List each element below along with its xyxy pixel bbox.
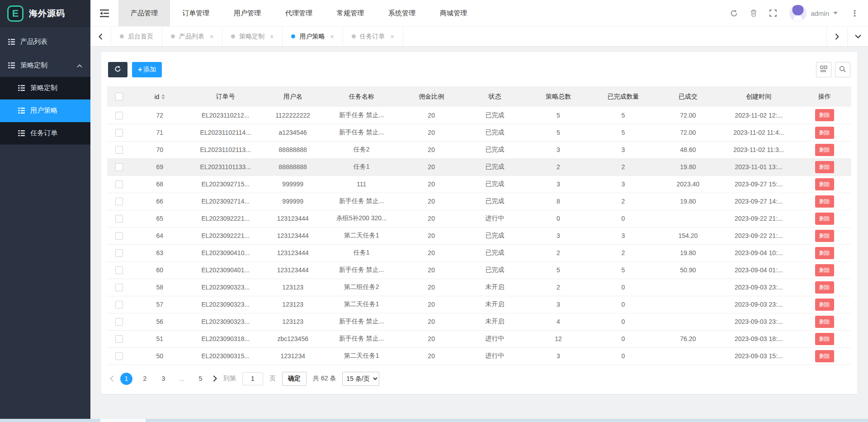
page-tab[interactable]: 用户策略×: [283, 27, 343, 46]
cell-strategy-total: 2: [527, 244, 590, 261]
table-row: 58EL2023090323...123123第二组任务220未开启202023…: [107, 279, 851, 296]
sort-icon[interactable]: [161, 94, 165, 100]
topnav-item[interactable]: 用户管理: [222, 0, 273, 26]
table-row: 51EL2023090318...zbc123456新手任务 禁止...20进行…: [107, 330, 851, 347]
cell-task-name: 任务2: [323, 141, 400, 158]
delete-button[interactable]: 删除: [815, 299, 834, 311]
add-button[interactable]: + 添加: [132, 62, 162, 77]
delete-button[interactable]: 删除: [815, 161, 834, 173]
cell-deal-amount: 19.80: [656, 193, 720, 210]
row-checkbox[interactable]: [115, 249, 123, 257]
table-row: 70EL20231102113...88888888任务220已完成3348.6…: [107, 141, 851, 158]
page-button[interactable]: 1: [120, 373, 132, 385]
page-tab[interactable]: 任务订单×: [343, 27, 403, 46]
column-header-sortable[interactable]: id: [154, 93, 165, 100]
sidebar-subitem-task-orders[interactable]: 任务订单: [0, 122, 90, 145]
page-tab[interactable]: 产品列表×: [162, 27, 222, 46]
sidebar-subitem-strategy-custom[interactable]: 策略定制: [0, 77, 90, 100]
cell-strategy-total: 0: [527, 210, 590, 227]
delete-button[interactable]: 删除: [815, 109, 834, 121]
refresh-button[interactable]: [108, 62, 127, 77]
refresh-icon[interactable]: [730, 9, 738, 17]
row-checkbox[interactable]: [115, 352, 123, 360]
topnav-item[interactable]: 产品管理: [118, 0, 170, 26]
close-icon[interactable]: ×: [330, 33, 334, 40]
cell-status: 已完成: [463, 141, 526, 158]
sidebar-subitem-user-strategy[interactable]: 用户策略: [0, 100, 90, 122]
close-icon[interactable]: ×: [391, 33, 394, 40]
sidebar-item-product-list[interactable]: 产品列表: [0, 30, 90, 53]
trash-icon[interactable]: [750, 9, 757, 17]
cell-username: zbc123456: [262, 330, 323, 347]
content-area: + 添加: [90, 47, 868, 422]
cell-order-no: EL2023090323...: [189, 296, 262, 313]
page-button[interactable]: 2: [139, 373, 151, 385]
cell-commission: 20: [400, 279, 463, 296]
user-menu[interactable]: admin: [789, 5, 838, 22]
next-page-button[interactable]: [213, 375, 217, 382]
page-tab[interactable]: 策略定制×: [222, 27, 283, 46]
page-button[interactable]: 5: [194, 373, 207, 385]
cell-id: 70: [131, 141, 189, 158]
page-button[interactable]: 3: [157, 373, 170, 385]
delete-button[interactable]: 删除: [815, 333, 834, 345]
actions-cell: 删除: [798, 261, 851, 279]
row-checkbox[interactable]: [115, 215, 123, 223]
row-checkbox[interactable]: [115, 129, 123, 137]
row-checkbox[interactable]: [115, 232, 123, 240]
goto-confirm-button[interactable]: 确定: [282, 372, 307, 386]
close-icon[interactable]: ×: [210, 33, 213, 40]
menu-fold-icon[interactable]: [90, 0, 118, 26]
delete-button[interactable]: 删除: [815, 316, 834, 328]
delete-button[interactable]: 删除: [815, 350, 834, 362]
row-checkbox[interactable]: [115, 112, 123, 119]
tabs-scroll-right-button[interactable]: [826, 27, 847, 46]
tabs-scroll-left-button[interactable]: [90, 27, 111, 46]
per-page-select[interactable]: 15 条/页: [342, 372, 379, 386]
goto-page-input[interactable]: [242, 372, 263, 385]
row-checkbox[interactable]: [115, 335, 123, 343]
page-tab[interactable]: 后台首页: [111, 27, 162, 46]
row-checkbox[interactable]: [115, 198, 123, 205]
prev-page-button[interactable]: [110, 375, 114, 382]
columns-toggle-button[interactable]: [816, 62, 831, 77]
row-checkbox[interactable]: [115, 266, 123, 274]
sidebar-item-strategy-custom[interactable]: 策略定制: [0, 53, 90, 77]
topnav-item[interactable]: 订单管理: [170, 0, 222, 26]
search-toggle-button[interactable]: [835, 62, 850, 77]
row-checkbox[interactable]: [115, 180, 123, 188]
column-header-label: 已完成数量: [607, 93, 639, 100]
select-all-checkbox[interactable]: [115, 93, 123, 100]
row-checkbox[interactable]: [115, 301, 123, 308]
table-row: 68EL2023092715...99999911120已完成332023.40…: [107, 175, 851, 193]
delete-button[interactable]: 删除: [815, 127, 834, 139]
fullscreen-icon[interactable]: [769, 9, 777, 17]
more-vertical-icon[interactable]: ⋮: [850, 9, 859, 18]
delete-button[interactable]: 删除: [815, 281, 834, 294]
topnav-item[interactable]: 常规管理: [325, 0, 376, 26]
row-checkbox[interactable]: [115, 163, 123, 171]
horizontal-scrollbar-thumb[interactable]: [100, 419, 146, 422]
tabs-menu-button[interactable]: [847, 27, 868, 46]
topnav-item[interactable]: 系统管理: [376, 0, 428, 26]
brand: E 海外源码: [0, 0, 90, 27]
row-checkbox[interactable]: [115, 146, 123, 154]
delete-button[interactable]: 删除: [815, 178, 834, 190]
delete-button[interactable]: 删除: [815, 213, 834, 225]
delete-button[interactable]: 删除: [815, 230, 834, 242]
close-icon[interactable]: ×: [270, 33, 274, 40]
delete-button[interactable]: 删除: [815, 195, 834, 208]
cell-created-at: 2023-09-04 01:...: [720, 261, 798, 279]
topnav-item[interactable]: 商城管理: [428, 0, 479, 26]
delete-button[interactable]: 删除: [815, 264, 834, 276]
checkbox-cell: [107, 175, 131, 193]
row-checkbox[interactable]: [115, 284, 123, 291]
checkbox-cell: [107, 141, 131, 158]
row-checkbox[interactable]: [115, 318, 123, 326]
delete-button[interactable]: 删除: [815, 247, 834, 259]
delete-button[interactable]: 删除: [815, 144, 834, 156]
horizontal-scrollbar[interactable]: [0, 419, 868, 422]
checkbox-cell: [107, 244, 131, 261]
topnav-item[interactable]: 代理管理: [273, 0, 325, 26]
column-header-label: 创建时间: [746, 93, 771, 100]
